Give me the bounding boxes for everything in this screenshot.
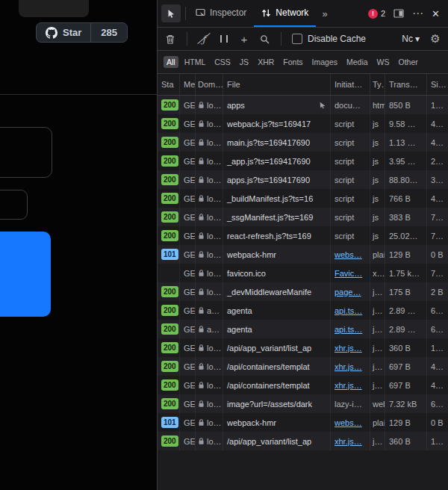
network-request-row[interactable]: 101GETlo…webpack-hmrwebs…plai129 B0 B <box>158 413 448 432</box>
initiator-value[interactable]: page… <box>335 288 361 297</box>
file-value: image?url=/assets/dark <box>227 400 312 409</box>
network-request-row[interactable]: 200GETa…agentaapi.ts…j…2.89 …6… <box>158 320 448 338</box>
filter-css[interactable]: CSS <box>211 56 234 68</box>
clear-requests-icon[interactable] <box>164 33 176 45</box>
initiator-value: script <box>335 157 354 166</box>
column-header-domain[interactable]: Dom… <box>196 74 223 95</box>
filter-media[interactable]: Media <box>343 56 371 68</box>
network-request-row[interactable]: 200GETlo…webpack.js?ts=169417scriptjs9.5… <box>158 114 448 133</box>
throttling-dropdown[interactable]: Nc ▾ <box>402 34 420 44</box>
table-cell: 4… <box>427 133 448 152</box>
lock-icon <box>198 344 205 352</box>
initiator-value[interactable]: xhr.js… <box>335 437 362 446</box>
filter-images[interactable]: Images <box>309 56 340 68</box>
initiator-value[interactable]: api.ts… <box>335 306 362 315</box>
page-divider <box>0 94 157 95</box>
column-header-initiator[interactable]: Initiat… <box>331 74 370 95</box>
error-badge[interactable]: ! 2 <box>368 9 385 19</box>
network-request-row[interactable]: 200GETlo…appsdocu…htm850 B1… <box>158 96 448 114</box>
column-header-transferred[interactable]: Trans… <box>385 74 427 95</box>
pause-recording-icon[interactable] <box>218 33 230 45</box>
table-cell: 1… <box>427 338 448 357</box>
network-request-row[interactable]: 200GETlo…main.js?ts=169417690scriptjs1.1… <box>158 133 448 152</box>
search-icon[interactable] <box>258 33 270 45</box>
table-cell: 3… <box>427 170 448 189</box>
filter-xhr[interactable]: XHR <box>255 56 277 68</box>
network-request-row[interactable]: 200GETlo…/api/app_variant/list_apxhr.js…… <box>158 432 448 450</box>
devtools-menu-button[interactable]: ⋯ <box>412 7 423 20</box>
network-request-row[interactable]: 200GETlo…/api/containers/templatxhr.js…j… <box>158 357 448 376</box>
domain-value: lo… <box>207 418 222 427</box>
column-header-status[interactable]: Sta <box>158 74 180 95</box>
method-value: GET <box>184 250 196 259</box>
gear-icon[interactable]: ⚙ <box>429 33 441 45</box>
network-request-row[interactable]: 200GETlo…react-refresh.js?ts=169scriptjs… <box>158 226 448 245</box>
table-cell: lo… <box>196 338 223 357</box>
network-request-row[interactable]: 101GETlo…webpack-hmrwebs…plai129 B0 B <box>158 245 448 264</box>
method-value: GET <box>184 306 196 315</box>
star-count[interactable]: 285 <box>90 23 127 42</box>
initiator-value[interactable]: xhr.js… <box>335 344 362 353</box>
disable-cache-label[interactable]: Disable Cache <box>308 34 366 44</box>
page-card-small[interactable] <box>0 190 28 220</box>
table-cell: j… <box>370 432 385 450</box>
github-star-widget[interactable]: Star 285 <box>36 22 128 43</box>
initiator-value[interactable]: Favic… <box>335 269 362 278</box>
network-request-row[interactable]: 200GETlo…image?url=/assets/darklazy-i…we… <box>158 394 448 413</box>
network-request-row[interactable]: 200GETlo…/api/containers/templatxhr.js…j… <box>158 376 448 394</box>
column-header-file[interactable]: File <box>223 74 331 95</box>
domain-value: lo… <box>207 232 222 241</box>
table-cell: 2 B <box>427 282 448 301</box>
table-cell: a… <box>196 320 223 338</box>
filter-js[interactable]: JS <box>237 56 252 68</box>
split-console-icon[interactable] <box>393 9 404 18</box>
tab-inspector[interactable]: Inspector <box>188 0 254 27</box>
tab-network[interactable]: Network <box>254 0 316 27</box>
page-content: Star 285 <box>0 0 157 490</box>
filter-all[interactable]: All <box>164 56 178 68</box>
network-request-row[interactable]: 200GETlo…_app.js?ts=169417690scriptjs3.9… <box>158 152 448 170</box>
initiator-value[interactable]: api.ts… <box>335 325 362 334</box>
type-value: j… <box>373 437 382 446</box>
devtools-tabbar: Inspector Network » ! 2 ⋯ ✕ <box>158 0 448 28</box>
filter-html[interactable]: HTML <box>181 56 209 68</box>
table-cell: xhr.js… <box>331 376 370 394</box>
network-request-row[interactable]: GETlo…favicon.icoFavic…x…1.75 k…7… <box>158 264 448 282</box>
initiator-value[interactable]: webs… <box>335 250 362 259</box>
size-value: 3… <box>431 176 444 184</box>
initiator-value[interactable]: xhr.js… <box>335 381 362 390</box>
new-request-icon[interactable]: + <box>238 33 250 45</box>
network-request-row[interactable]: 200GETlo…_buildManifest.js?ts=16scriptjs… <box>158 189 448 208</box>
filter-other[interactable]: Other <box>396 56 421 68</box>
devtools-close-button[interactable]: ✕ <box>432 8 440 19</box>
filter-fonts[interactable]: Fonts <box>280 56 305 68</box>
github-star-button[interactable]: Star <box>37 23 90 42</box>
size-value: 0 B <box>431 418 444 427</box>
column-header-method[interactable]: Me <box>180 74 196 95</box>
status-badge: 200 <box>161 435 178 447</box>
table-cell: script <box>331 114 370 133</box>
filter-requests-icon[interactable]: ƒ <box>198 33 210 45</box>
column-header-type[interactable]: Ty… <box>370 74 385 95</box>
transferred-value: 175 B <box>389 288 411 297</box>
more-tabs-button[interactable]: » <box>316 8 332 19</box>
network-request-row[interactable]: 200GETa…agentaapi.ts…j…2.89 …6… <box>158 301 448 320</box>
network-request-row[interactable]: 200GETlo…_ssgManifest.js?ts=169scriptjs3… <box>158 208 448 226</box>
network-request-row[interactable]: 200GETlo…_devMiddlewareManifepage…j…175 … <box>158 282 448 301</box>
table-cell: xhr.js… <box>331 357 370 376</box>
element-picker-button[interactable] <box>161 4 181 22</box>
table-cell: 200 <box>158 394 180 413</box>
page-primary-blue-button[interactable] <box>0 232 51 317</box>
status-badge: 200 <box>161 99 178 111</box>
disable-cache-checkbox[interactable] <box>292 34 302 44</box>
initiator-value[interactable]: webs… <box>335 418 362 427</box>
initiator-value[interactable]: xhr.js… <box>335 362 362 371</box>
filter-ws[interactable]: WS <box>374 56 393 68</box>
column-header-size[interactable]: Si… <box>427 74 448 95</box>
network-request-row[interactable]: 200GETlo…apps.js?ts=169417690scriptjs88.… <box>158 170 448 189</box>
transferred-value: 766 B <box>389 194 411 203</box>
file-value: webpack-hmr <box>227 250 276 259</box>
page-topleft-button[interactable] <box>19 0 89 17</box>
network-request-row[interactable]: 200GETlo…/api/app_variant/list_apxhr.js…… <box>158 338 448 357</box>
page-card[interactable] <box>0 127 52 178</box>
